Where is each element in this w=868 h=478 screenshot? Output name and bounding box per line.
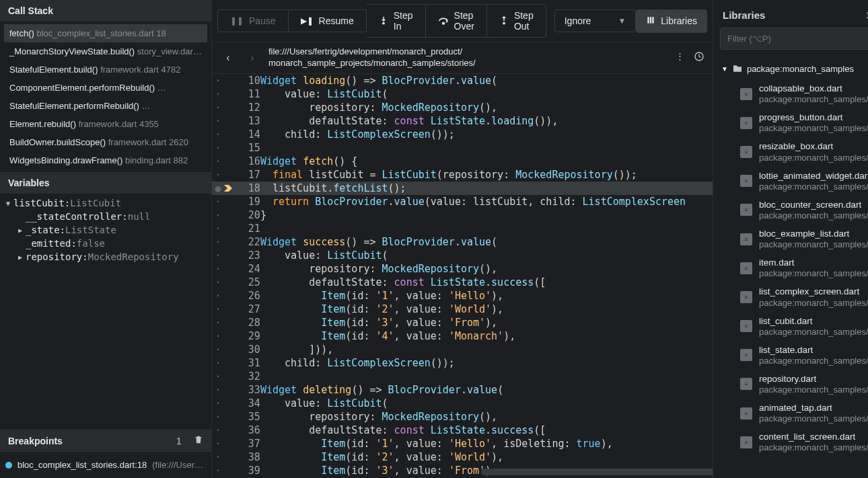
code-line[interactable]: ·11 value: ListCubit( [212, 87, 713, 101]
file-path-line1: file:///Users/fertrig/development/monarc… [268, 46, 667, 58]
stack-frame[interactable]: StatefulElement.build() framework.dart 4… [4, 61, 207, 79]
library-file-row[interactable]: ≡progress_button.dartpackage:monarch_sam… [720, 108, 868, 137]
breakpoints-header: Breakpoints 1 [0, 430, 211, 452]
stack-frame[interactable]: BuildOwner.buildScope() framework.dart 2… [4, 133, 207, 151]
code-line[interactable]: ·38 Item(id: '2', value: 'World'), [212, 450, 713, 464]
code-line[interactable]: ·10Widget loading() => BlocProvider.valu… [212, 74, 713, 87]
pause-label: Pause [249, 15, 276, 26]
step-over-icon [438, 15, 449, 27]
call-stack-title: Call Stack [8, 5, 53, 16]
libraries-filter-input[interactable] [720, 28, 868, 50]
library-file-row[interactable]: ≡repository.dartpackage:monarch_samples/… [720, 370, 868, 399]
library-file-row[interactable]: ≡list_complex_screen.dartpackage:monarch… [720, 282, 868, 311]
code-line[interactable]: ·15 [212, 141, 713, 155]
library-file-row[interactable]: ≡lottie_animated_widget.dartpackage:mona… [720, 167, 868, 196]
code-line[interactable]: ·19 return BlocProvider.value(value: lis… [212, 195, 713, 208]
file-icon: ≡ [740, 378, 752, 390]
library-file-row[interactable]: ≡collapsable_box.dartpackage:monarch_sam… [720, 79, 868, 108]
path-bar: ‹ › file:///Users/fertrig/development/mo… [212, 42, 713, 74]
code-line[interactable]: ·33Widget deleting() => BlocProvider.val… [212, 383, 713, 397]
variable-row[interactable]: ▼listCubit: ListCubit [4, 196, 207, 210]
horizontal-scrollbar[interactable] [481, 469, 713, 475]
more-icon[interactable]: ⋮ [676, 51, 684, 64]
code-line[interactable]: ·27 Item(id: '2', value: 'World'), [212, 303, 713, 316]
package-name: package:monarch_samples [747, 64, 854, 74]
code-line[interactable]: ·28 Item(id: '3', value: 'From'), [212, 316, 713, 329]
code-line[interactable]: ·12 repository: MockedRepository(), [212, 101, 713, 114]
step-out-button[interactable]: Step Out [487, 4, 546, 38]
code-line[interactable]: ·24 repository: MockedRepository(), [212, 262, 713, 276]
step-over-button[interactable]: Step Over [426, 4, 487, 38]
file-icon: ≡ [740, 175, 752, 187]
code-line[interactable]: ·35 repository: MockedRepository(), [212, 410, 713, 424]
code-line[interactable]: ·22Widget success() => BlocProvider.valu… [212, 235, 713, 249]
ignore-dropdown[interactable]: Ignore ▼ [554, 9, 637, 32]
expand-down-icon[interactable]: ▼ [4, 200, 12, 207]
variable-row[interactable]: _emitted: false [4, 237, 207, 250]
code-line[interactable]: ·32 [212, 370, 713, 383]
chevron-down-icon: ▼ [721, 65, 728, 73]
code-line[interactable]: ·36 defaultState: const ListState.succes… [212, 424, 713, 437]
stack-frame[interactable]: StatefulElement.performRebuild() … [4, 97, 207, 115]
variable-row[interactable]: ▶repository: MockedRepository [4, 250, 207, 264]
libraries-header: Libraries 1,451 [713, 0, 868, 28]
ignore-label: Ignore [565, 15, 591, 26]
code-line[interactable]: ·29 Item(id: '4', value: 'Monarch'), [212, 329, 713, 343]
stack-frame[interactable]: ComponentElement.performRebuild() … [4, 79, 207, 97]
debugger-toolbar: ❚❚ Pause ▶❚ Resume Step In Step Over Ste… [212, 0, 713, 42]
code-line[interactable]: ·37 Item(id: '1', value: 'Hello', isDele… [212, 437, 713, 450]
code-line[interactable]: ·17 final listCubit = ListCubit(reposito… [212, 168, 713, 182]
code-line[interactable]: ·30 ])), [212, 343, 713, 356]
file-icon: ≡ [740, 436, 752, 448]
pause-icon: ❚❚ [230, 16, 244, 26]
step-in-button[interactable]: Step In [367, 4, 426, 38]
libraries-label: Libraries [661, 15, 697, 26]
expand-right-icon[interactable]: ▶ [16, 253, 24, 261]
resume-button[interactable]: ▶❚ Resume [289, 9, 367, 32]
libraries-button[interactable]: Libraries [636, 9, 707, 33]
library-file-row[interactable]: ≡bloc_counter_screen.dartpackage:monarch… [720, 196, 868, 225]
code-editor[interactable]: ·10Widget loading() => BlocProvider.valu… [212, 74, 713, 478]
package-row[interactable]: ▼ package:monarch_samples [720, 58, 868, 79]
library-file-row[interactable]: ≡item.dartpackage:monarch_samples/blo… [720, 253, 868, 282]
breakpoints-clear-icon[interactable] [194, 435, 203, 446]
code-line[interactable]: ·31 child: ListComplexScreen()); [212, 356, 713, 370]
file-icon: ≡ [740, 291, 752, 303]
variable-row[interactable]: ▶_state: ListState [4, 223, 207, 237]
file-icon: ≡ [740, 262, 752, 274]
library-file-row[interactable]: ≡content_list_screen.dartpackage:monarch… [720, 428, 868, 456]
folder-icon [732, 63, 743, 74]
file-path: file:///Users/fertrig/development/monarc… [268, 46, 667, 69]
code-line[interactable]: ·16Widget fetch() { [212, 155, 713, 168]
call-stack-section: Call Stack fetch() bloc_complex_list_sto… [0, 0, 211, 172]
stack-frame[interactable]: fetch() bloc_complex_list_stories.dart 1… [4, 24, 207, 42]
code-line[interactable]: ·13 defaultState: const ListState.loadin… [212, 114, 713, 128]
code-line[interactable]: ·26 Item(id: '1', value: 'Hello'), [212, 289, 713, 303]
code-line[interactable]: ·14 child: ListComplexScreen()); [212, 128, 713, 141]
code-line[interactable]: ·34 value: ListCubit( [212, 397, 713, 410]
code-line[interactable]: ·25 defaultState: const ListState.succes… [212, 276, 713, 289]
stack-frame[interactable]: WidgetsBinding.drawFrame() binding.dart … [4, 151, 207, 169]
library-file-row[interactable]: ≡resizable_box.dartpackage:monarch_sampl… [720, 137, 868, 166]
stack-frame[interactable]: Element.rebuild() framework.dart 4355 [4, 115, 207, 133]
nav-back-icon[interactable]: ‹ [220, 50, 236, 66]
expand-right-icon[interactable]: ▶ [16, 227, 24, 234]
file-icon: ≡ [740, 204, 752, 216]
resume-icon: ▶❚ [301, 16, 314, 26]
library-file-row[interactable]: ≡animated_tap.dartpackage:monarch_sample… [720, 399, 868, 428]
breakpoint-dot-icon [5, 462, 12, 469]
library-file-row[interactable]: ≡list_state.dartpackage:monarch_samples/… [720, 341, 868, 370]
variable-row[interactable]: __stateController: null [4, 210, 207, 223]
code-line[interactable]: ·20} [212, 208, 713, 222]
code-line[interactable]: ●18 listCubit.fetchList(); [212, 182, 713, 195]
code-line[interactable]: ·23 value: ListCubit( [212, 249, 713, 262]
library-file-row[interactable]: ≡bloc_example_list.dartpackage:monarch_s… [720, 225, 868, 253]
execution-pointer-icon [224, 185, 233, 192]
history-icon[interactable] [694, 51, 704, 64]
library-file-row[interactable]: ≡list_cubit.dartpackage:monarch_samples/… [720, 312, 868, 341]
variables-header: Variables [0, 172, 211, 194]
libraries-tree[interactable]: ▼ package:monarch_samples ≡collapsable_b… [713, 55, 868, 478]
code-line[interactable]: ·21 [212, 222, 713, 235]
stack-frame[interactable]: _MonarchStoryViewState.build() story_vie… [4, 42, 207, 61]
breakpoint-row[interactable]: bloc_complex_list_stories.dart:18 (file:… [5, 456, 206, 474]
